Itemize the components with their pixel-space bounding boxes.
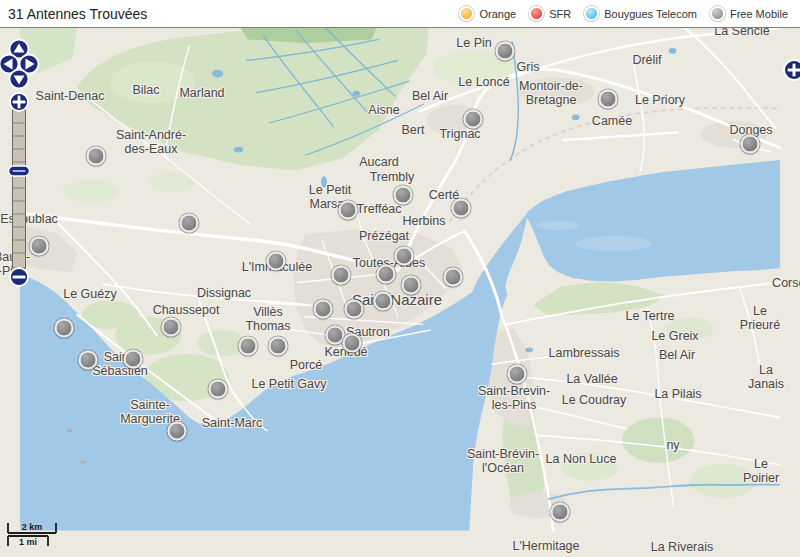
antenna-marker[interactable] <box>124 350 143 369</box>
antenna-marker[interactable] <box>87 147 106 166</box>
legend-label: Free Mobile <box>730 8 788 20</box>
legend-item-bouygues: Bouygues Telecom <box>584 6 697 21</box>
zoom-in-button[interactable] <box>10 93 28 111</box>
legend-label: Bouygues Telecom <box>604 8 697 20</box>
antenna-marker[interactable] <box>79 351 98 370</box>
antenna-marker[interactable] <box>314 300 333 319</box>
bouygues-carrier-icon <box>584 6 599 21</box>
antenna-marker[interactable] <box>741 135 760 154</box>
antenna-marker[interactable] <box>168 422 187 441</box>
antenna-marker[interactable] <box>377 265 396 284</box>
legend-item-sfr: SFR <box>529 6 571 21</box>
results-count-title: 31 Antennes Trouvées <box>8 6 147 22</box>
antenna-marker[interactable] <box>343 334 362 353</box>
zoom-slider[interactable] <box>9 93 30 286</box>
carrier-legend: Orange SFR Bouygues Telecom Free Mobile <box>459 6 788 21</box>
antenna-marker[interactable] <box>162 318 181 337</box>
legend-label: Orange <box>479 8 516 20</box>
antenna-marker[interactable] <box>269 337 288 356</box>
antenna-marker[interactable] <box>209 380 228 399</box>
antenna-marker[interactable] <box>180 214 199 233</box>
antenna-marker[interactable] <box>464 110 483 129</box>
header: 31 Antennes Trouvées Orange SFR Bouygues… <box>0 0 800 28</box>
map-scale-bar: 2 km 1 mi <box>4 517 66 555</box>
sfr-carrier-icon <box>529 6 544 21</box>
antenna-marker[interactable] <box>394 186 413 205</box>
scale-km-label: 2 km <box>22 522 43 532</box>
legend-label: SFR <box>549 8 571 20</box>
antenna-marker[interactable] <box>374 292 393 311</box>
antenna-map-app: 31 Antennes Trouvées Orange SFR Bouygues… <box>0 0 800 557</box>
antenna-marker[interactable] <box>55 319 74 338</box>
legend-item-orange: Orange <box>459 6 516 21</box>
legend-item-free: Free Mobile <box>710 6 788 21</box>
zoom-slider-handle[interactable] <box>9 166 30 176</box>
map-navigation-controls <box>0 36 42 288</box>
antenna-marker[interactable] <box>239 337 258 356</box>
zoom-out-button[interactable] <box>10 268 28 286</box>
antenna-marker[interactable] <box>395 247 414 266</box>
antenna-marker[interactable] <box>496 42 515 61</box>
antenna-marker[interactable] <box>551 503 570 522</box>
antenna-marker[interactable] <box>508 365 527 384</box>
antenna-marker[interactable] <box>599 90 618 109</box>
map-canvas[interactable]: Saint-DenacBilacMarlandSaint-André- des-… <box>0 28 800 557</box>
scale-mi-label: 1 mi <box>19 537 37 547</box>
antenna-marker[interactable] <box>345 300 364 319</box>
map-tiles <box>0 28 800 557</box>
antenna-marker[interactable] <box>452 199 471 218</box>
pan-down-button[interactable] <box>10 70 29 89</box>
free-mobile-carrier-icon <box>710 6 725 21</box>
antenna-marker[interactable] <box>332 266 351 285</box>
antenna-marker[interactable] <box>339 201 358 220</box>
antenna-marker[interactable] <box>267 252 286 271</box>
antenna-marker[interactable] <box>402 276 421 295</box>
antenna-marker[interactable] <box>444 268 463 287</box>
minus-icon <box>13 276 26 279</box>
zoom-slider-track[interactable] <box>13 110 26 268</box>
orange-carrier-icon <box>459 6 474 21</box>
expand-panel-button[interactable] <box>782 58 800 84</box>
pan-control[interactable] <box>0 40 39 89</box>
